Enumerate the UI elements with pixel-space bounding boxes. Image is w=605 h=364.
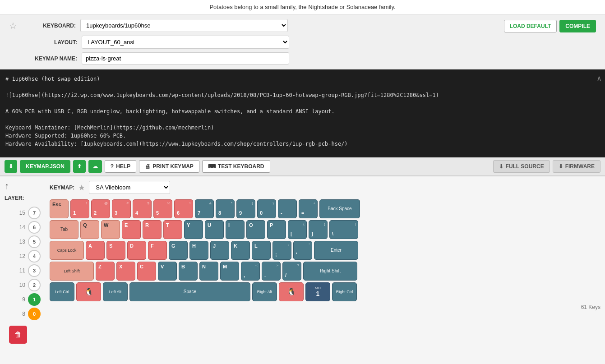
key-right-ctrl[interactable]: Right Ctrl bbox=[332, 282, 357, 301]
key-tab[interactable]: Tab bbox=[50, 220, 79, 239]
key-j[interactable]: J bbox=[210, 241, 229, 260]
key-y[interactable]: Y bbox=[184, 220, 203, 239]
key-8[interactable]: * 8 bbox=[216, 199, 235, 218]
key-6[interactable]: ^ 6 bbox=[174, 199, 193, 218]
key-backslash[interactable]: | \ bbox=[329, 220, 358, 239]
key-left-shift[interactable]: Left Shift bbox=[50, 262, 94, 281]
keyboard-select[interactable]: 1upkeyboards/1up60hse bbox=[80, 19, 288, 32]
key-1[interactable]: ! 1 bbox=[70, 199, 89, 218]
collapse-icon[interactable]: ∧ bbox=[597, 73, 601, 84]
key-v[interactable]: V bbox=[158, 262, 177, 281]
layout-select[interactable]: LAYOUT_60_ansi bbox=[82, 36, 289, 49]
key-equals[interactable]: + = bbox=[299, 199, 318, 218]
layer-circle-7[interactable]: 7 bbox=[28, 207, 41, 219]
key-s[interactable]: S bbox=[106, 241, 125, 260]
key-e[interactable]: E bbox=[122, 220, 141, 239]
key-9[interactable]: ( 9 bbox=[236, 199, 255, 218]
key-o[interactable]: O bbox=[246, 220, 265, 239]
key-n[interactable]: N bbox=[199, 262, 218, 281]
key-0[interactable]: ) 0 bbox=[257, 199, 276, 218]
compile-button[interactable]: COMPILE bbox=[559, 20, 596, 32]
keyboard-area: KEYMAP: ★ SA Vilebloom Get QMK Toolbox E… bbox=[45, 176, 605, 348]
upload-icon-btn[interactable]: ⬆ bbox=[73, 160, 86, 173]
key-4[interactable]: $ 4 bbox=[133, 199, 152, 218]
layer-circle-0[interactable]: 0 bbox=[28, 308, 41, 320]
key-w[interactable]: W bbox=[101, 220, 120, 239]
help-button[interactable]: ? HELP bbox=[105, 160, 136, 173]
key-u[interactable]: U bbox=[205, 220, 224, 239]
keymap-star-icon[interactable]: ★ bbox=[78, 183, 85, 193]
layer-circle-4[interactable]: 4 bbox=[28, 250, 41, 263]
key-x[interactable]: X bbox=[116, 262, 135, 281]
full-source-button[interactable]: ⬇ FULL SOURCE bbox=[493, 160, 550, 173]
layer-circle-1[interactable]: 1 bbox=[28, 293, 41, 306]
layer-row-10: 10 2 bbox=[5, 279, 41, 291]
print-keymap-button[interactable]: 🖨 PRINT KEYMAP bbox=[139, 160, 199, 173]
key-left-super[interactable]: 🐧 bbox=[76, 282, 101, 301]
key-slash[interactable]: ? / bbox=[282, 262, 301, 281]
key-c[interactable]: C bbox=[137, 262, 156, 281]
load-default-button[interactable]: LOAD DEFAULT bbox=[504, 20, 557, 32]
key-backspace[interactable]: Back Space bbox=[319, 199, 360, 218]
key-d[interactable]: D bbox=[127, 241, 146, 260]
key-minus[interactable]: _ - bbox=[278, 199, 297, 218]
key-semicolon[interactable]: : ; bbox=[272, 241, 291, 260]
key-q[interactable]: Q bbox=[80, 220, 99, 239]
firmware-button[interactable]: ⬇ FIRMWARE bbox=[553, 160, 600, 173]
key-h[interactable]: H bbox=[189, 241, 208, 260]
cloud-upload-btn[interactable]: ☁ bbox=[88, 160, 102, 173]
help-icon: ? bbox=[111, 163, 114, 170]
key-period[interactable]: > . bbox=[262, 262, 281, 281]
key-row-5: Left Ctrl 🐧 Left Alt Space Right Alt 🐧 bbox=[50, 282, 600, 301]
key-right-alt[interactable]: Right Alt bbox=[252, 282, 277, 301]
key-right-super[interactable]: 🐧 bbox=[279, 282, 304, 301]
key-a[interactable]: A bbox=[86, 241, 105, 260]
key-left-alt[interactable]: Left Alt bbox=[103, 282, 128, 301]
key-2[interactable]: @ 2 bbox=[91, 199, 110, 218]
key-space[interactable]: Space bbox=[129, 282, 250, 301]
star-icon[interactable]: ☆ bbox=[9, 20, 17, 31]
key-mo1[interactable]: MO 1 bbox=[305, 282, 330, 301]
key-rbracket[interactable]: } ] bbox=[309, 220, 328, 239]
key-b[interactable]: B bbox=[179, 262, 198, 281]
keymap-name-input[interactable] bbox=[82, 52, 289, 65]
key-p[interactable]: P bbox=[267, 220, 286, 239]
up-arrow-icon[interactable]: ↑ bbox=[5, 181, 9, 191]
firmware-icon: ⬇ bbox=[559, 163, 563, 170]
key-k[interactable]: K bbox=[231, 241, 250, 260]
key-g[interactable]: G bbox=[169, 241, 188, 260]
download-icon-btn[interactable]: ⬇ bbox=[5, 160, 17, 173]
key-row-2: Tab Q W E R T Y bbox=[50, 220, 600, 239]
key-z[interactable]: Z bbox=[96, 262, 115, 281]
key-t[interactable]: T bbox=[163, 220, 182, 239]
key-esc[interactable]: Esc bbox=[50, 199, 69, 218]
key-lbracket[interactable]: { [ bbox=[288, 220, 307, 239]
layer-row-15: 15 7 bbox=[5, 207, 41, 219]
key-3[interactable]: # 3 bbox=[112, 199, 131, 218]
key-m[interactable]: M bbox=[220, 262, 239, 281]
layer-circle-6[interactable]: 6 bbox=[28, 221, 41, 234]
layer-circle-3[interactable]: 3 bbox=[28, 264, 41, 277]
firmware-label: FIRMWARE bbox=[565, 163, 595, 170]
key-l[interactable]: L bbox=[252, 241, 271, 260]
print-keymap-label: PRINT KEYMAP bbox=[152, 163, 194, 170]
keymap-json-button[interactable]: KEYMAP.JSON bbox=[20, 160, 70, 173]
key-i[interactable]: I bbox=[226, 220, 245, 239]
key-7[interactable]: & 7 bbox=[195, 199, 214, 218]
key-right-shift[interactable]: Right Shift bbox=[303, 262, 357, 281]
delete-layer-button[interactable]: 🗑 bbox=[9, 326, 27, 344]
key-capslock[interactable]: Caps Lock bbox=[50, 241, 84, 260]
key-left-ctrl[interactable]: Left Ctrl bbox=[50, 282, 74, 301]
keymap-select[interactable]: SA Vilebloom bbox=[89, 181, 170, 194]
key-f[interactable]: F bbox=[148, 241, 167, 260]
key-comma[interactable]: < , bbox=[241, 262, 260, 281]
full-source-label: FULL SOURCE bbox=[506, 163, 544, 170]
key-5[interactable]: % 5 bbox=[153, 199, 172, 218]
test-keyboard-button[interactable]: ⌨ TEST KEYBOARD bbox=[202, 160, 270, 173]
layer-circle-5[interactable]: 5 bbox=[28, 235, 41, 248]
key-enter[interactable]: Enter bbox=[314, 241, 358, 260]
key-quote[interactable]: " ' bbox=[293, 241, 312, 260]
top-message: Potatoes belong to a small family, the N… bbox=[0, 0, 605, 14]
layer-circle-2[interactable]: 2 bbox=[28, 279, 41, 291]
key-r[interactable]: R bbox=[143, 220, 162, 239]
